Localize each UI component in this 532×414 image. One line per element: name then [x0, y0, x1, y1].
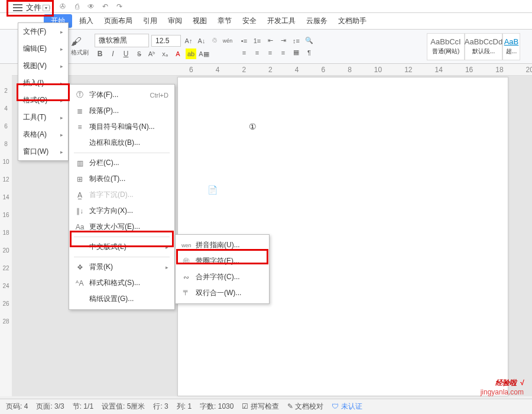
- super-icon[interactable]: Aᵇ: [147, 48, 157, 59]
- charbg-icon[interactable]: A▦: [199, 48, 209, 59]
- shading-icon[interactable]: ▦: [291, 47, 301, 58]
- status-section[interactable]: 节: 1/1: [73, 402, 93, 412]
- menu-cnlayout[interactable]: 中文版式(L)▸: [69, 239, 174, 255]
- menu-enclosed[interactable]: ㊕带圈字符(E)...: [176, 253, 269, 269]
- indent-icon[interactable]: ⇥: [278, 35, 288, 46]
- vertical-ruler: 246810121416182022242628: [0, 64, 12, 396]
- status-setval[interactable]: 设置值: 5厘米: [102, 402, 145, 412]
- status-col[interactable]: 列: 1: [177, 402, 192, 412]
- preview-icon[interactable]: 👁: [86, 2, 96, 11]
- style-link[interactable]: AaB超...: [502, 33, 520, 60]
- bullets-icon[interactable]: •≡: [239, 35, 249, 46]
- align-left-icon[interactable]: ≡: [239, 47, 249, 58]
- font-select[interactable]: 微软雅黑: [95, 34, 149, 47]
- cnlayout-submenu: wen拼音指南(U)... ㊕带圈字符(E)... ∾合并字符(C)... 〒双…: [175, 234, 270, 304]
- style-default[interactable]: AaBbCcDd默认段...: [465, 33, 502, 60]
- menu-table[interactable]: 表格(A)▸: [18, 126, 68, 143]
- tab-section[interactable]: 章节: [214, 14, 235, 28]
- numbering-icon[interactable]: 1≡: [252, 35, 262, 46]
- ribbon: 🖌 格式刷 微软雅黑 12.5 A↑ A↓ ♲ wén B I U S̶ Aᵇ …: [0, 30, 532, 64]
- format-painter-icon[interactable]: 🖌: [71, 37, 82, 47]
- file-label: 文件: [26, 2, 41, 13]
- paragraph-handle-icon[interactable]: 📄: [207, 185, 218, 195]
- tab-references[interactable]: 引用: [140, 14, 161, 28]
- paragraph-group: •≡ 1≡ ⇤ ⇥ ↕≡ 🔍 ≡ ≡ ≡ ≡ ▦ ¶: [239, 35, 314, 58]
- tab-safety[interactable]: 安全: [239, 14, 260, 28]
- menu-file[interactable]: 文件(F)▸: [18, 23, 68, 40]
- menu-styles[interactable]: ᴬA样式和格式(S)...: [69, 275, 174, 291]
- file-menu-button[interactable]: 文件 ▾: [13, 2, 50, 13]
- watermark: 经验啦 √ jingyanla.com: [481, 374, 524, 396]
- status-pagenum[interactable]: 页码: 4: [6, 402, 28, 412]
- status-bar: 页码: 4 页面: 3/3 节: 1/1 设置值: 5厘米 行: 3 列: 1 …: [0, 399, 532, 414]
- menu-window[interactable]: 窗口(W)▸: [18, 143, 68, 160]
- menu-bullets[interactable]: ≡项目符号和编号(N)...: [69, 119, 174, 135]
- linespace-icon[interactable]: ↕≡: [291, 35, 301, 46]
- menu-borders[interactable]: 边框和底纹(B)...: [69, 135, 174, 151]
- clipboard-group: 🖌 格式刷: [71, 37, 89, 57]
- menu-paragraph[interactable]: ≣段落(P)...: [69, 103, 174, 119]
- menu-tools[interactable]: 工具(T)▸: [18, 109, 68, 126]
- align-center-icon[interactable]: ≡: [252, 47, 262, 58]
- status-spell[interactable]: ☑ 拼写检查: [242, 402, 278, 412]
- menu-textdir[interactable]: ∥↓文字方向(X)...: [69, 203, 174, 219]
- align-right-icon[interactable]: ≡: [265, 47, 275, 58]
- strike-icon[interactable]: S̶: [134, 48, 144, 59]
- menu-pinyin[interactable]: wen拼音指南(U)...: [176, 237, 269, 253]
- menu-font[interactable]: Ⓣ字体(F)...Ctrl+D: [69, 87, 174, 103]
- pinyin-icon[interactable]: wén: [222, 35, 233, 46]
- menu-changecase[interactable]: Aa更改大小写(E)...: [69, 219, 174, 235]
- print-icon[interactable]: ⎙: [72, 2, 82, 11]
- size-select[interactable]: 12.5: [151, 35, 181, 47]
- tab-bar: 开始 插入 页面布局 引用 审阅 视图 章节 安全 开发工具 云服务 文档助手: [0, 13, 532, 30]
- save-icon[interactable]: ✇: [58, 2, 67, 11]
- hamburger-icon: [13, 4, 22, 11]
- undo-icon[interactable]: ↶: [100, 2, 110, 11]
- format-submenu: Ⓣ字体(F)...Ctrl+D ≣段落(P)... ≡项目符号和编号(N)...…: [69, 84, 175, 310]
- status-proof[interactable]: ✎ 文档校对: [287, 402, 323, 412]
- menu-background[interactable]: ❖背景(K)▸: [69, 259, 174, 275]
- menu-writing[interactable]: 稿纸设置(G)...: [69, 291, 174, 307]
- style-gallery: AaBbCcI普通(网站) AaBbCcDd默认段... AaB超...: [427, 33, 520, 60]
- justify-icon[interactable]: ≡: [278, 47, 288, 58]
- menu-combine[interactable]: ∾合并字符(C)...: [176, 269, 269, 285]
- outdent-icon[interactable]: ⇤: [265, 35, 275, 46]
- tab-view[interactable]: 视图: [189, 14, 210, 28]
- menu-format[interactable]: 格式(O)▸: [18, 92, 68, 109]
- grow-font-icon[interactable]: A↑: [183, 35, 194, 46]
- shrink-font-icon[interactable]: A↓: [196, 35, 207, 46]
- highlight-icon[interactable]: ab: [186, 48, 196, 59]
- status-words[interactable]: 字数: 1030: [200, 402, 233, 412]
- fontcolor-icon[interactable]: A: [173, 48, 183, 59]
- status-page[interactable]: 页面: 3/3: [36, 402, 64, 412]
- underline-icon[interactable]: U: [121, 48, 131, 59]
- menu-view[interactable]: 视图(V)▸: [18, 57, 68, 75]
- menu-tabs[interactable]: ⊞制表位(T)...: [69, 171, 174, 187]
- format-painter-label: 格式刷: [71, 48, 89, 57]
- marks-icon[interactable]: ¶: [304, 47, 314, 58]
- menu-twolines[interactable]: 〒双行合一(W)...: [176, 285, 269, 301]
- bold-icon[interactable]: B: [95, 48, 105, 59]
- style-normal[interactable]: AaBbCcI普通(网站): [427, 33, 465, 60]
- tab-cloud[interactable]: 云服务: [303, 14, 331, 28]
- italic-icon[interactable]: I: [108, 48, 118, 59]
- tab-dev[interactable]: 开发工具: [264, 14, 299, 28]
- tab-review[interactable]: 审阅: [164, 14, 186, 28]
- status-auth[interactable]: 🛡 未认证: [332, 402, 362, 412]
- circled-one: ①: [249, 122, 257, 131]
- status-line[interactable]: 行: 3: [153, 402, 168, 412]
- quick-access-toolbar: ⌂ ✇ ⎙ 👁 ↶ ↷: [0, 0, 532, 13]
- search-icon[interactable]: 🔍: [304, 35, 314, 46]
- redo-icon[interactable]: ↷: [115, 2, 124, 11]
- tab-pagelayout[interactable]: 页面布局: [100, 14, 136, 28]
- tab-helper[interactable]: 文档助手: [335, 14, 370, 28]
- sub-icon[interactable]: xₐ: [160, 48, 170, 59]
- menu-insert[interactable]: 插入(I)▸: [18, 75, 68, 92]
- tab-insert[interactable]: 插入: [76, 14, 97, 28]
- caret-down-icon[interactable]: ▾: [43, 5, 50, 11]
- menu-columns[interactable]: ▥分栏(C)...: [69, 155, 174, 171]
- qat-icons: ⌂ ✇ ⎙ 👁 ↶ ↷: [44, 2, 124, 11]
- menu-dropcap[interactable]: A̲首字下沉(D)...: [69, 187, 174, 203]
- menu-edit[interactable]: 编辑(E)▸: [18, 40, 68, 57]
- clear-format-icon[interactable]: ♲: [209, 35, 220, 46]
